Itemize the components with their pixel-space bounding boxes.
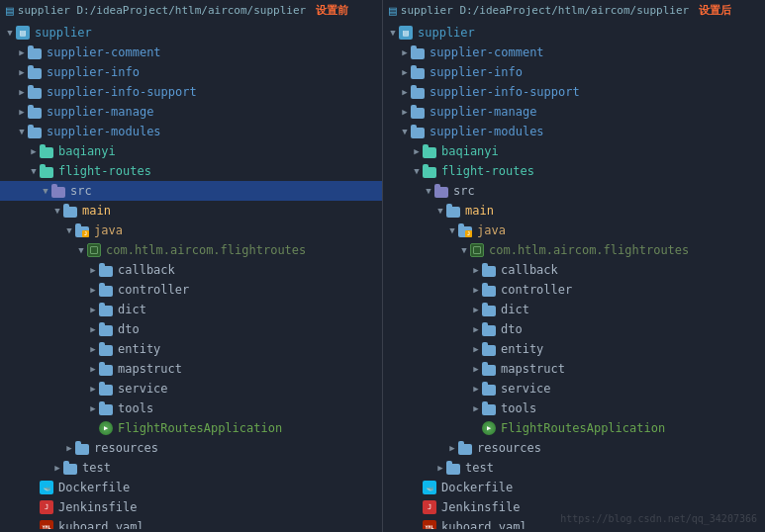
tree-arrow[interactable]: ▶ — [399, 47, 411, 57]
tree-arrow[interactable]: ▶ — [63, 443, 75, 453]
tree-item[interactable]: ▼src — [383, 181, 765, 201]
tree-item[interactable]: ▶dict — [0, 300, 382, 319]
tree-item[interactable]: ▶supplier-info-support — [0, 82, 382, 102]
tree-item[interactable]: ▼com.htlm.aircom.flightroutes — [383, 240, 765, 260]
tree-container[interactable]: ▼▤supplier▶supplier-comment▶supplier-inf… — [383, 21, 765, 529]
tree-item[interactable]: ▼flight-routes — [0, 161, 382, 181]
tree-arrow[interactable]: ▶ — [399, 87, 411, 97]
tree-item[interactable]: ▶callback — [383, 260, 765, 280]
tree-arrow[interactable]: ▶ — [470, 305, 482, 314]
tree-item[interactable]: ▼flight-routes — [383, 161, 765, 181]
tree-item[interactable]: ▶test — [0, 458, 382, 478]
tree-arrow[interactable]: ▶ — [87, 305, 99, 314]
tree-item[interactable]: ▶supplier-manage — [383, 102, 765, 122]
tree-arrow[interactable]: ▶ — [16, 47, 28, 57]
tree-item[interactable]: 🐳Dockerfile — [0, 478, 382, 497]
tree-item[interactable]: 🐳Dockerfile — [383, 478, 765, 497]
tree-item[interactable]: ▼com.htlm.aircom.flightroutes — [0, 240, 382, 260]
tree-item[interactable]: ▼main — [0, 201, 382, 221]
tree-arrow[interactable]: ▶ — [446, 443, 458, 453]
tree-arrow[interactable]: ▶ — [470, 285, 482, 295]
tree-item[interactable]: ▶callback — [0, 260, 382, 280]
tree-arrow[interactable]: ▼ — [434, 206, 446, 216]
tree-item[interactable]: ▶service — [0, 379, 382, 399]
tree-arrow[interactable]: ▶ — [399, 67, 411, 77]
tree-arrow[interactable]: ▶ — [399, 107, 411, 117]
tree-item[interactable]: ▶supplier-comment — [383, 43, 765, 62]
tree-item[interactable]: ▶supplier-info — [383, 62, 765, 82]
tree-arrow[interactable]: ▶ — [87, 364, 99, 374]
tree-item[interactable]: ▶entity — [383, 339, 765, 359]
tree-arrow[interactable]: ▶ — [470, 403, 482, 413]
tree-arrow[interactable]: ▶ — [434, 463, 446, 473]
tree-arrow[interactable]: ▶ — [28, 146, 40, 156]
tree-arrow[interactable]: ▶ — [470, 344, 482, 354]
tree-arrow[interactable]: ▶ — [87, 344, 99, 354]
tree-arrow[interactable]: ▶ — [87, 384, 99, 394]
tree-item[interactable]: ▶tools — [383, 399, 765, 418]
tree-item[interactable]: ▶resources — [0, 438, 382, 458]
tree-arrow[interactable]: ▶ — [87, 403, 99, 413]
tree-item[interactable]: ▶baqianyi — [383, 141, 765, 161]
tree-item[interactable]: ▼▤supplier — [383, 23, 765, 43]
tree-arrow[interactable]: ▼ — [40, 186, 51, 196]
tree-arrow[interactable]: ▼ — [28, 166, 40, 176]
tree-item[interactable]: ▼src — [0, 181, 382, 201]
tree-item-label: supplier-info-support — [430, 85, 580, 99]
tree-item[interactable]: ▶supplier-info-support — [383, 82, 765, 102]
tree-item[interactable]: YMLkuboard.yaml — [0, 517, 382, 529]
tree-item[interactable]: ▶service — [383, 379, 765, 399]
tree-item[interactable]: ▼Jjava — [0, 221, 382, 240]
tree-arrow[interactable]: ▶ — [87, 285, 99, 295]
tree-item[interactable]: ▶baqianyi — [0, 141, 382, 161]
tree-arrow[interactable]: ▼ — [446, 225, 458, 235]
tree-item[interactable]: ▼main — [383, 201, 765, 221]
tree-item[interactable]: ▼▤supplier — [0, 23, 382, 43]
tree-item[interactable]: ▶dto — [383, 319, 765, 339]
tree-arrow[interactable]: ▶ — [470, 265, 482, 275]
tree-item[interactable]: ▶controller — [0, 280, 382, 300]
tree-arrow[interactable]: ▶ — [470, 384, 482, 394]
tree-arrow[interactable]: ▼ — [16, 127, 28, 136]
tree-item[interactable]: ▶tools — [0, 399, 382, 418]
tree-item[interactable]: ▶entity — [0, 339, 382, 359]
tree-arrow[interactable]: ▼ — [4, 28, 16, 38]
tree-item[interactable]: ▼supplier-modules — [383, 122, 765, 141]
tree-arrow[interactable]: ▶ — [87, 265, 99, 275]
tree-item[interactable]: ▶mapstruct — [383, 359, 765, 379]
tree-item[interactable]: ▼Jjava — [383, 221, 765, 240]
tree-item[interactable]: ▶mapstruct — [0, 359, 382, 379]
tree-item[interactable]: ▶dto — [0, 319, 382, 339]
tree-arrow[interactable]: ▼ — [458, 245, 470, 255]
tree-item[interactable]: ▶test — [383, 458, 765, 478]
folder-icon — [28, 45, 44, 59]
tree-arrow[interactable]: ▶ — [411, 146, 423, 156]
tree-arrow[interactable]: ▶ — [16, 107, 28, 117]
tree-item[interactable]: ▶supplier-comment — [0, 43, 382, 62]
tree-arrow[interactable]: ▼ — [399, 127, 411, 136]
tree-arrow[interactable]: ▼ — [51, 206, 63, 216]
tree-arrow[interactable]: ▼ — [423, 186, 434, 196]
tree-item[interactable]: ▶supplier-manage — [0, 102, 382, 122]
tree-item[interactable]: ▶controller — [383, 280, 765, 300]
tree-item[interactable]: ▶supplier-info — [0, 62, 382, 82]
tree-arrow[interactable]: ▶ — [51, 463, 63, 473]
folder-icon — [458, 441, 474, 455]
folder-icon — [411, 65, 427, 79]
tree-container[interactable]: ▼▤supplier▶supplier-comment▶supplier-inf… — [0, 21, 382, 529]
tree-arrow[interactable]: ▼ — [75, 245, 87, 255]
tree-arrow[interactable]: ▶ — [16, 87, 28, 97]
tree-item[interactable]: ▶dict — [383, 300, 765, 319]
tree-arrow[interactable]: ▶ — [16, 67, 28, 77]
tree-item[interactable]: ▶resources — [383, 438, 765, 458]
tree-item[interactable]: ▼supplier-modules — [0, 122, 382, 141]
tree-item[interactable]: ▶FlightRoutesApplication — [383, 418, 765, 438]
tree-arrow[interactable]: ▼ — [387, 28, 399, 38]
tree-arrow[interactable]: ▶ — [470, 324, 482, 334]
tree-item[interactable]: ▶FlightRoutesApplication — [0, 418, 382, 438]
tree-arrow[interactable]: ▶ — [87, 324, 99, 334]
tree-arrow[interactable]: ▶ — [470, 364, 482, 374]
tree-arrow[interactable]: ▼ — [411, 166, 423, 176]
tree-item[interactable]: JJenkinsfile — [0, 497, 382, 517]
tree-arrow[interactable]: ▼ — [63, 225, 75, 235]
